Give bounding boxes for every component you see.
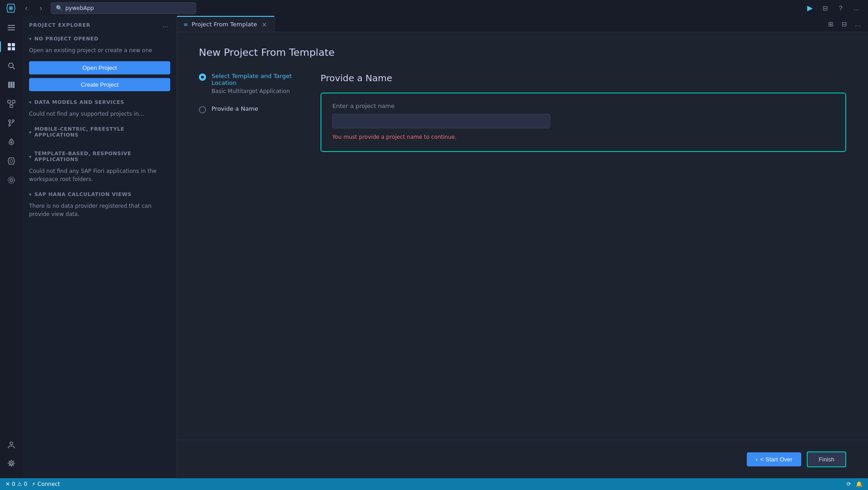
start-over-button[interactable]: ‹ < Start Over xyxy=(747,452,802,466)
activity-item-services[interactable] xyxy=(2,171,20,189)
activity-item-search[interactable] xyxy=(2,57,20,75)
svg-rect-17 xyxy=(10,105,13,108)
status-connect-button[interactable]: ⚡ Connect xyxy=(32,481,60,487)
status-notifications-icon: 🔔 xyxy=(856,481,863,487)
svg-rect-16 xyxy=(12,100,15,103)
step-1-title[interactable]: Select Template and Target Location xyxy=(212,73,292,86)
step-1-content: Select Template and Target Location Basi… xyxy=(212,73,299,94)
warning-count: 0 xyxy=(24,481,27,487)
section-data-models-content: Could not find any supported projects in… xyxy=(23,108,177,123)
svg-rect-4 xyxy=(8,27,15,28)
provide-name-title: Provide a Name xyxy=(321,73,846,83)
editor-content: New Project From Template Select Templat… xyxy=(177,32,868,440)
wizard-steps: Select Template and Target Location Basi… xyxy=(199,73,299,152)
tab-project-from-template[interactable]: ≡ Project From Template × xyxy=(177,16,275,32)
connect-label: Connect xyxy=(38,481,60,487)
svg-point-2 xyxy=(10,7,12,9)
template-description: Could not find any SAP Fiori application… xyxy=(29,167,170,183)
status-bar-right: ⟳ 🔔 xyxy=(847,481,863,487)
svg-point-22 xyxy=(9,124,10,126)
search-bar[interactable]: 🔍 pywebApp xyxy=(51,2,196,14)
status-bar-left: ✕ 0 ⚠ 0 ⚡ Connect xyxy=(5,481,60,487)
svg-marker-27 xyxy=(8,158,15,164)
sidebar-title: PROJECT EXPLORER xyxy=(29,22,90,28)
project-name-input[interactable] xyxy=(332,114,550,128)
editor-layout-button[interactable]: ⊟ xyxy=(838,18,851,30)
tab-close-button[interactable]: × xyxy=(261,21,268,28)
section-template-header[interactable]: ▾ TEMPLATE-BASED, RESPONSIVE APPLICATION… xyxy=(23,148,177,165)
activity-item-connections[interactable] xyxy=(2,95,20,113)
no-project-description: Open an existing project or create a new… xyxy=(29,46,170,54)
data-models-description: Could not find any supported projects in… xyxy=(29,110,170,118)
chevron-down-icon: ▾ xyxy=(29,130,32,135)
activity-item-library[interactable] xyxy=(2,76,20,94)
provide-name-section: Provide a Name Enter a project name You … xyxy=(321,73,846,152)
activity-item-git[interactable] xyxy=(2,114,20,132)
step-1-subtitle: Basic Multitarget Application xyxy=(212,88,299,94)
split-view-button[interactable]: ⊞ xyxy=(824,18,837,30)
section-no-project-content: Open an existing project or create a new… xyxy=(23,44,177,97)
svg-rect-13 xyxy=(10,82,12,88)
more-actions-button[interactable]: … xyxy=(850,2,863,15)
activity-item-settings[interactable] xyxy=(2,455,20,473)
name-form-box: Enter a project name You must provide a … xyxy=(321,93,846,152)
activity-item-menu[interactable] xyxy=(2,19,20,37)
section-no-project-header[interactable]: ▾ NO PROJECT OPENED xyxy=(23,33,177,44)
sidebar-header: PROJECT EXPLORER … xyxy=(23,16,177,33)
search-text: pywebApp xyxy=(65,5,94,11)
activity-item-account[interactable] xyxy=(2,436,20,454)
project-name-error: You must provide a project name to conti… xyxy=(332,134,834,140)
step-2-content: Provide a Name xyxy=(212,105,258,112)
svg-rect-12 xyxy=(8,82,10,88)
section-data-models-header[interactable]: ▾ DATA MODELS AND SERVICES xyxy=(23,97,177,108)
chevron-down-icon: ▾ xyxy=(29,192,32,197)
titlebar-right: ▶ ⊟ ? … xyxy=(804,2,863,15)
editor-more-button[interactable]: … xyxy=(852,18,864,30)
svg-rect-14 xyxy=(13,82,15,88)
svg-marker-28 xyxy=(10,160,13,162)
project-name-label: Enter a project name xyxy=(332,103,834,109)
activity-bar xyxy=(0,16,23,478)
open-project-button[interactable]: Open Project xyxy=(29,61,170,74)
status-errors: ✕ 0 ⚠ 0 xyxy=(5,481,27,487)
section-hana-content: There is no data provider registered tha… xyxy=(23,200,177,224)
section-mobile-header[interactable]: ▾ MOBILE-CENTRIC, FREESTYLE APPLICATIONS xyxy=(23,123,177,141)
tab-bar: ≡ Project From Template × ⊞ ⊟ … xyxy=(177,16,868,32)
status-sync-icon: ⟳ xyxy=(847,481,851,487)
sidebar: PROJECT EXPLORER … ▾ NO PROJECT OPENED O… xyxy=(23,16,177,478)
create-project-button[interactable]: Create Project xyxy=(29,78,170,91)
finish-button[interactable]: Finish xyxy=(807,451,846,467)
titlebar-nav: ‹ › xyxy=(20,2,47,15)
nav-back-button[interactable]: ‹ xyxy=(20,2,33,15)
svg-rect-15 xyxy=(8,100,10,103)
section-template-content: Could not find any SAP Fiori application… xyxy=(23,165,177,189)
activity-item-explorer[interactable] xyxy=(2,38,20,56)
connect-icon: ⚡ xyxy=(32,481,35,487)
activity-item-tasks[interactable] xyxy=(2,152,20,170)
chevron-down-icon: ▾ xyxy=(29,36,32,41)
workspace: PROJECT EXPLORER … ▾ NO PROJECT OPENED O… xyxy=(0,16,868,478)
run-button[interactable]: ▶ xyxy=(804,2,816,15)
nav-forward-button[interactable]: › xyxy=(35,2,47,15)
activity-item-debug[interactable] xyxy=(2,133,20,151)
svg-rect-8 xyxy=(8,47,11,50)
app-logo-icon xyxy=(5,3,16,14)
svg-point-30 xyxy=(8,177,15,183)
editor-area: ≡ Project From Template × ⊞ ⊟ … New Proj… xyxy=(177,16,868,478)
warning-icon: ⚠ xyxy=(17,481,22,487)
tab-bar-actions: ⊞ ⊟ … xyxy=(821,16,868,32)
section-hana-header[interactable]: ▾ SAP HANA CALCULATION VIEWS xyxy=(23,189,177,200)
wizard-step-1: Select Template and Target Location Basi… xyxy=(199,73,299,94)
split-editor-button[interactable]: ⊟ xyxy=(819,2,832,15)
svg-point-20 xyxy=(9,120,10,122)
chevron-left-icon: ‹ xyxy=(756,456,758,463)
error-icon: ✕ xyxy=(5,481,10,487)
svg-line-11 xyxy=(13,67,15,69)
svg-point-32 xyxy=(10,463,13,465)
help-button[interactable]: ? xyxy=(834,2,847,15)
section-mobile-label: MOBILE-CENTRIC, FREESTYLE APPLICATIONS xyxy=(35,126,170,138)
tab-icon: ≡ xyxy=(183,21,188,28)
chevron-down-icon: ▾ xyxy=(29,100,32,105)
sidebar-more-button[interactable]: … xyxy=(160,20,170,29)
svg-point-21 xyxy=(12,120,14,122)
